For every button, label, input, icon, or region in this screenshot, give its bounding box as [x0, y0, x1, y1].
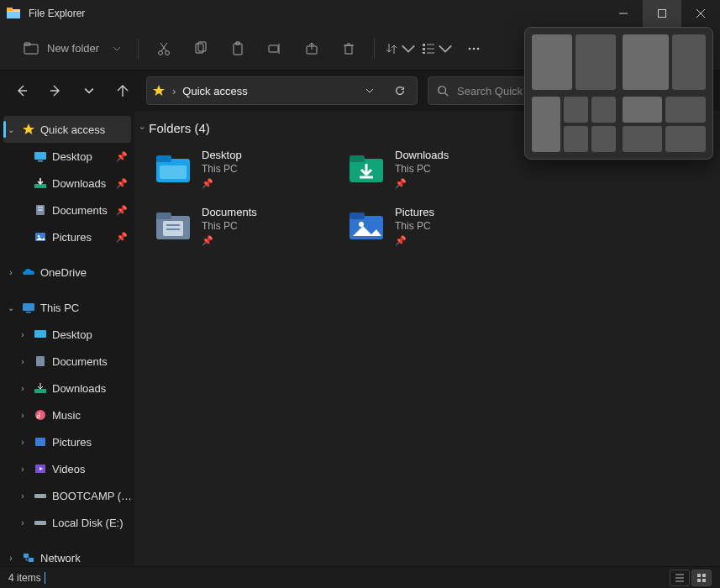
more-button[interactable] — [457, 34, 491, 64]
folder-tile-pictures[interactable]: Pictures This PC 📌 — [344, 202, 521, 255]
svg-rect-34 — [34, 152, 46, 160]
paste-button[interactable] — [221, 34, 255, 64]
content-pane[interactable]: › Folders (4) Desktop This PC 📌 Download… — [134, 111, 720, 566]
chevron-down-icon[interactable]: ⌄ — [5, 125, 17, 134]
folder-name: Downloads — [395, 149, 449, 161]
svg-rect-20 — [345, 45, 352, 54]
folder-tile-documents[interactable]: Documents This PC 📌 — [151, 202, 328, 255]
view-button[interactable] — [420, 34, 454, 64]
sidebar-item-pictures[interactable]: Pictures 📌 — [0, 223, 134, 250]
svg-rect-72 — [697, 574, 701, 577]
forward-button[interactable] — [40, 76, 71, 106]
chevron-right-icon[interactable]: › — [5, 268, 17, 277]
sidebar-item-onedrive[interactable]: › OneDrive — [0, 259, 134, 286]
svg-rect-24 — [423, 48, 425, 50]
chevron-down-icon — [113, 45, 121, 53]
sidebar-item-documents-pc[interactable]: ›Documents — [0, 348, 134, 375]
sidebar-item-network[interactable]: › Network — [0, 544, 134, 566]
svg-rect-67 — [349, 213, 365, 219]
drive-icon — [34, 489, 47, 502]
sidebar-item-local-disk[interactable]: ›Local Disk (E:) — [0, 509, 134, 536]
sidebar-item-desktop-pc[interactable]: ›Desktop — [0, 321, 134, 348]
status-count: 4 items — [8, 572, 41, 584]
sidebar-item-label: Videos — [52, 463, 134, 475]
sidebar-item-label: OneDrive — [40, 266, 134, 279]
documents-icon — [34, 203, 47, 217]
rename-icon — [267, 41, 282, 56]
new-folder-button[interactable]: New folder — [15, 34, 129, 64]
snap-layout-option-3[interactable] — [532, 97, 616, 152]
chevron-right-icon[interactable]: › — [17, 491, 29, 501]
network-icon — [22, 551, 35, 564]
sidebar-item-documents[interactable]: Documents 📌 — [0, 197, 134, 223]
chevron-right-icon[interactable]: › — [17, 330, 29, 339]
folder-tile-downloads[interactable]: Downloads This PC 📌 — [344, 145, 521, 197]
maximize-button[interactable] — [643, 0, 681, 27]
sidebar-item-label: Downloads — [52, 177, 111, 190]
address-dropdown-button[interactable] — [358, 79, 381, 102]
share-button[interactable] — [295, 34, 328, 64]
svg-rect-73 — [702, 574, 706, 577]
address-bar[interactable]: › Quick access — [146, 76, 418, 105]
window-title: File Explorer — [29, 8, 604, 19]
copy-button[interactable] — [184, 34, 218, 64]
refresh-button[interactable] — [388, 79, 412, 102]
chevron-right-icon[interactable]: › — [17, 438, 29, 447]
sort-button[interactable] — [383, 34, 417, 64]
chevron-right-icon[interactable]: › — [17, 384, 29, 393]
share-icon — [304, 41, 319, 56]
large-icons-view-button[interactable] — [691, 570, 712, 586]
sidebar-item-desktop[interactable]: Desktop 📌 — [0, 143, 134, 170]
svg-rect-56 — [156, 155, 171, 162]
file-explorer-icon — [7, 7, 20, 20]
recent-locations-button[interactable] — [74, 76, 104, 106]
chevron-right-icon[interactable]: › — [17, 518, 29, 528]
sidebar-item-label: Pictures — [52, 436, 134, 449]
pictures-icon — [34, 230, 47, 244]
svg-rect-52 — [34, 521, 46, 525]
sidebar-item-downloads[interactable]: Downloads 📌 — [0, 170, 134, 197]
sidebar-item-this-pc[interactable]: ⌄ This PC — [0, 294, 134, 321]
folder-tile-desktop[interactable]: Desktop This PC 📌 — [151, 145, 328, 197]
chevron-down-icon — [365, 87, 374, 95]
sidebar-item-music-pc[interactable]: ›Music — [0, 402, 134, 428]
up-button[interactable] — [108, 76, 138, 106]
delete-button[interactable] — [332, 34, 365, 64]
svg-rect-46 — [34, 389, 46, 393]
sidebar-item-videos-pc[interactable]: ›Videos — [0, 455, 134, 482]
chevron-down-icon[interactable]: ⌄ — [5, 303, 17, 312]
pin-icon: 📌 — [116, 232, 128, 243]
chevron-right-icon[interactable]: › — [17, 411, 29, 420]
pin-icon: 📌 — [395, 178, 449, 189]
svg-rect-42 — [23, 303, 34, 311]
navigation-pane[interactable]: ⌄ Quick access Desktop 📌 Downloads 📌 Doc… — [0, 111, 134, 566]
snap-layout-option-1[interactable] — [532, 34, 616, 90]
svg-rect-1 — [7, 8, 13, 11]
back-button[interactable] — [7, 76, 37, 106]
chevron-right-icon[interactable]: › — [17, 465, 29, 474]
sidebar-item-quick-access[interactable]: ⌄ Quick access — [3, 116, 131, 143]
folder-sub: This PC — [202, 163, 242, 175]
breadcrumb[interactable]: Quick access — [182, 85, 247, 97]
snap-layout-option-2[interactable] — [623, 34, 707, 90]
pictures-folder-icon — [348, 207, 385, 244]
sidebar-item-pictures-pc[interactable]: ›Pictures — [0, 428, 134, 455]
svg-point-9 — [159, 50, 163, 55]
minimize-button[interactable] — [604, 0, 643, 27]
sidebar-item-bootcamp-drive[interactable]: ›BOOTCAMP (C:) — [0, 482, 134, 509]
sidebar-item-downloads-pc[interactable]: ›Downloads — [0, 375, 134, 402]
rename-button[interactable] — [258, 34, 292, 64]
snap-layout-option-4[interactable] — [623, 97, 707, 152]
chevron-right-icon[interactable]: › — [5, 554, 17, 563]
svg-rect-43 — [26, 312, 31, 313]
star-icon — [152, 84, 166, 97]
details-view-button[interactable] — [670, 570, 690, 586]
svg-rect-59 — [349, 155, 365, 162]
svg-point-10 — [166, 50, 170, 55]
cut-button[interactable] — [147, 34, 181, 64]
paste-icon — [230, 41, 245, 56]
svg-point-29 — [469, 47, 471, 50]
close-button[interactable] — [681, 0, 720, 27]
chevron-right-icon[interactable]: › — [17, 357, 29, 366]
sidebar-item-label: Downloads — [52, 382, 134, 395]
